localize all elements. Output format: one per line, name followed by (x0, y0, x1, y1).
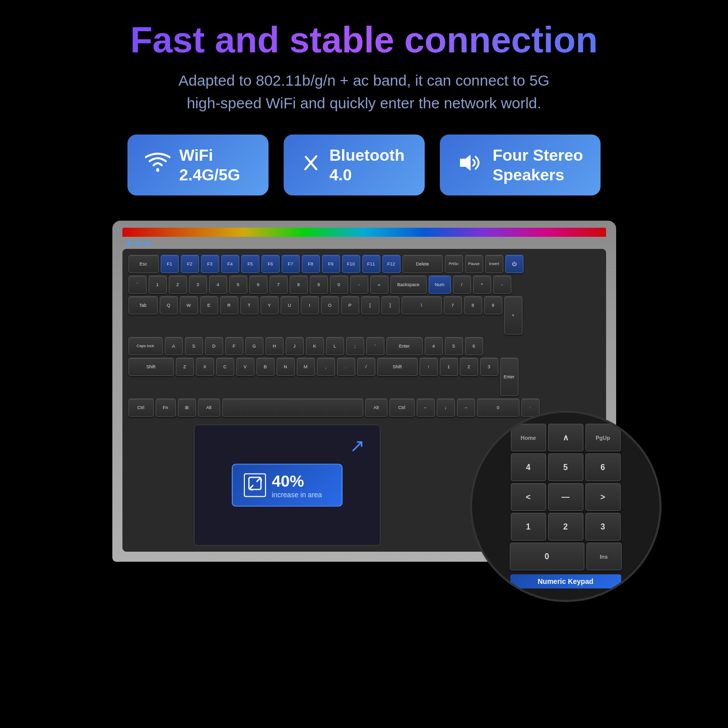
key-period[interactable]: . (337, 358, 355, 376)
key-f8[interactable]: F8 (302, 255, 320, 273)
key-k[interactable]: K (306, 337, 324, 355)
key-f5[interactable]: F5 (241, 255, 259, 273)
nc-key-ins[interactable]: Ins (586, 543, 622, 570)
key-l[interactable]: L (326, 337, 344, 355)
key-f1[interactable]: F1 (161, 255, 179, 273)
key-prtsc[interactable]: PrtSc (445, 255, 463, 273)
key-alt-right[interactable]: Alt (365, 399, 387, 417)
nc-key-4[interactable]: 4 (511, 453, 546, 481)
nc-key-0[interactable]: 0 (510, 543, 584, 570)
key-f10[interactable]: F10 (342, 255, 360, 273)
key-h[interactable]: H (266, 337, 284, 355)
key-1[interactable]: 1 (149, 276, 167, 294)
key-c[interactable]: C (216, 358, 234, 376)
key-0[interactable]: 0 (330, 276, 348, 294)
key-s[interactable]: S (185, 337, 203, 355)
nc-key-dash[interactable]: — (548, 483, 583, 511)
key-f11[interactable]: F11 (362, 255, 380, 273)
key-num-9[interactable]: 9 (484, 296, 502, 314)
key-shift-right[interactable]: Shift (377, 358, 418, 376)
key-semicolon[interactable]: ; (346, 337, 364, 355)
key-q[interactable]: Q (160, 296, 178, 314)
key-o[interactable]: O (321, 296, 339, 314)
key-2[interactable]: 2 (169, 276, 187, 294)
key-backslash[interactable]: \ (402, 296, 442, 314)
key-f9[interactable]: F9 (322, 255, 340, 273)
key-backspace[interactable]: Backspace (390, 276, 427, 294)
nc-key-home[interactable]: Home (511, 424, 546, 451)
key-esc[interactable]: Esc (128, 255, 159, 273)
key-capslock[interactable]: Caps lock (128, 337, 163, 355)
key-num-plus[interactable]: + (504, 296, 522, 335)
key-f3[interactable]: F3 (201, 255, 219, 273)
key-z[interactable]: Z (176, 358, 194, 376)
key-numlock[interactable]: Num (429, 276, 451, 294)
key-3[interactable]: 3 (189, 276, 207, 294)
key-4[interactable]: 4 (209, 276, 227, 294)
nc-key-5[interactable]: 5 (548, 453, 583, 481)
key-num-5[interactable]: 5 (445, 337, 463, 355)
key-minus[interactable]: - (350, 276, 368, 294)
nc-key-1[interactable]: 1 (511, 513, 546, 541)
key-num-6[interactable]: 6 (465, 337, 483, 355)
key-num-enter[interactable]: Enter (500, 358, 518, 396)
key-win[interactable]: ⊞ (178, 399, 196, 417)
key-j[interactable]: J (286, 337, 304, 355)
key-7[interactable]: 7 (270, 276, 288, 294)
key-shift-left[interactable]: Shift (128, 358, 174, 376)
key-f2[interactable]: F2 (181, 255, 199, 273)
key-n[interactable]: N (277, 358, 295, 376)
key-arrow-right[interactable]: → (457, 399, 475, 417)
key-a[interactable]: A (165, 337, 183, 355)
key-x[interactable]: X (196, 358, 214, 376)
key-num-2[interactable]: 2 (460, 358, 478, 376)
nc-key-right[interactable]: > (585, 483, 621, 511)
nc-key-3[interactable]: 3 (585, 513, 621, 541)
key-num-dot[interactable]: · (521, 399, 540, 417)
key-comma[interactable]: , (317, 358, 335, 376)
key-bracket-r[interactable]: ] (381, 296, 400, 314)
key-y[interactable]: Y (260, 296, 279, 314)
key-quote[interactable]: ' (366, 337, 384, 355)
key-5[interactable]: 5 (229, 276, 247, 294)
key-equals[interactable]: = (370, 276, 388, 294)
key-9[interactable]: 9 (310, 276, 328, 294)
trackpad[interactable]: ↗ 40% increase in area (194, 425, 380, 546)
key-fn[interactable]: Fn (156, 399, 176, 417)
key-slash[interactable]: / (357, 358, 375, 376)
key-num-minus[interactable]: - (493, 276, 511, 294)
key-8[interactable]: 8 (290, 276, 308, 294)
key-ctrl-left[interactable]: Ctrl (128, 399, 154, 417)
key-e[interactable]: E (200, 296, 218, 314)
key-v[interactable]: V (236, 358, 254, 376)
key-delete[interactable]: Delete (403, 255, 443, 273)
key-num-3[interactable]: 3 (480, 358, 498, 376)
key-i[interactable]: I (301, 296, 319, 314)
nc-key-pgup[interactable]: PgUp (585, 424, 621, 451)
key-f[interactable]: F (225, 337, 243, 355)
key-g[interactable]: G (245, 337, 263, 355)
nc-key-left[interactable]: < (511, 483, 546, 511)
key-backtick[interactable]: ` (128, 276, 147, 294)
key-f12[interactable]: F12 (382, 255, 401, 273)
key-f6[interactable]: F6 (261, 255, 280, 273)
key-num-slash[interactable]: / (453, 276, 471, 294)
key-f7[interactable]: F7 (282, 255, 300, 273)
key-num-7[interactable]: 7 (444, 296, 462, 314)
nc-key-2[interactable]: 2 (548, 513, 583, 541)
key-f4[interactable]: F4 (221, 255, 239, 273)
key-t[interactable]: T (240, 296, 258, 314)
key-power[interactable]: ⏻ (505, 255, 523, 273)
key-num-star[interactable]: * (473, 276, 491, 294)
key-d[interactable]: D (205, 337, 223, 355)
key-arrow-down[interactable]: ↓ (437, 399, 455, 417)
key-b[interactable]: B (256, 358, 275, 376)
key-pause[interactable]: Pause (465, 255, 483, 273)
key-w[interactable]: W (180, 296, 198, 314)
key-u[interactable]: U (281, 296, 299, 314)
nc-key-up[interactable]: ∧ (548, 424, 583, 451)
key-bracket-l[interactable]: [ (361, 296, 379, 314)
key-ctrl-right[interactable]: Ctrl (389, 399, 415, 417)
key-insert[interactable]: Insert (485, 255, 503, 273)
key-num-0[interactable]: 0 (477, 399, 519, 417)
